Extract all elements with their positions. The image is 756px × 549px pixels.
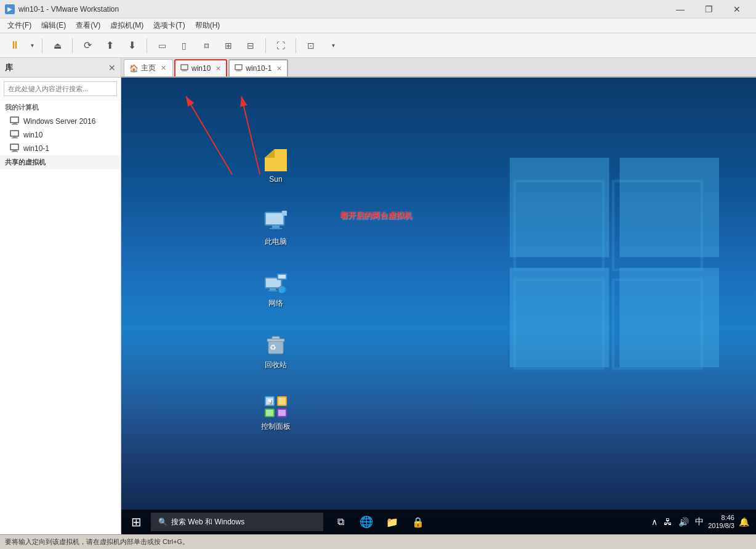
- fullscreen-button[interactable]: ⛶: [271, 36, 291, 55]
- svg-marker-25: [265, 149, 275, 158]
- svg-rect-20: [620, 158, 720, 258]
- sidebar-item-win10[interactable]: win10: [0, 128, 121, 142]
- menu-file[interactable]: 文件(F): [2, 19, 36, 32]
- view-button-2[interactable]: ▯: [174, 36, 194, 55]
- tab-win10[interactable]: win10 ✕: [174, 59, 227, 76]
- svg-rect-34: [268, 290, 277, 291]
- tab-win10-close[interactable]: ✕: [215, 65, 221, 73]
- restart-button[interactable]: ⬇: [122, 36, 142, 55]
- vm-icon: [10, 116, 20, 126]
- view-button-4[interactable]: ⊞: [219, 36, 238, 55]
- svg-rect-9: [181, 65, 188, 70]
- svg-rect-1: [13, 123, 17, 124]
- svg-rect-19: [510, 158, 609, 258]
- tab-win10-1-close[interactable]: ✕: [276, 65, 282, 73]
- start-button[interactable]: ⊞: [121, 510, 151, 534]
- tray-expand-icon[interactable]: ∧: [649, 517, 659, 527]
- taskview-button[interactable]: ⧉: [328, 510, 353, 534]
- sidebar-item-label-win10-1: win10-1: [23, 144, 49, 153]
- restore-button[interactable]: ❐: [694, 0, 723, 18]
- app-icon: ▶: [5, 4, 15, 14]
- tray-notifications-icon[interactable]: 🔔: [737, 517, 751, 527]
- svg-rect-13: [237, 70, 240, 71]
- tab-win10-1-label: win10-1: [246, 64, 271, 73]
- vm-icon-win10: [10, 130, 20, 140]
- menu-help[interactable]: 帮助(H): [190, 19, 225, 32]
- svg-rect-30: [282, 211, 287, 216]
- main-area: 库 ✕ 我的计算机 Windows Server 2016 win10 win1…: [0, 58, 756, 534]
- tray-input-icon[interactable]: 中: [693, 516, 706, 527]
- menu-edit[interactable]: 编辑(E): [36, 19, 71, 32]
- send-keys-button[interactable]: ⏏: [47, 36, 67, 55]
- sidebar-close-button[interactable]: ✕: [108, 63, 116, 73]
- svg-rect-48: [266, 410, 273, 416]
- svg-rect-50: [278, 410, 286, 416]
- sidebar: 库 ✕ 我的计算机 Windows Server 2016 win10 win1…: [0, 58, 121, 534]
- sun-icon: [263, 148, 288, 173]
- tray-network-icon[interactable]: 🖧: [662, 517, 674, 527]
- sidebar-item-win10-1[interactable]: win10-1: [0, 142, 121, 155]
- search-bar-icon: 🔍: [158, 518, 167, 526]
- svg-rect-21: [510, 268, 609, 368]
- desktop-icon-controlpanel[interactable]: 📊 控制面板: [254, 392, 298, 434]
- desktop-icon-network[interactable]: 🌐 网络: [254, 269, 298, 311]
- menu-vm[interactable]: 虚拟机(M): [105, 19, 148, 32]
- desktop-icon-sun[interactable]: Sun: [254, 145, 298, 186]
- svg-rect-28: [272, 226, 279, 228]
- annotation-text: 着开启的两台虚拟机: [340, 210, 412, 221]
- svg-rect-4: [13, 136, 17, 137]
- pause-dropdown-button[interactable]: ▾: [27, 36, 37, 55]
- tab-home-close[interactable]: ✕: [161, 64, 166, 72]
- tray-time: 8:46: [722, 514, 734, 522]
- suspend-button[interactable]: ⬆: [100, 36, 119, 55]
- sidebar-item-label-win10: win10: [23, 131, 42, 139]
- tray-date: 2019/8/3: [708, 522, 734, 530]
- toolbar-separator-5: [296, 38, 296, 53]
- power-on-button[interactable]: ⟳: [78, 36, 97, 55]
- taskbar: ⊞ 🔍 搜索 Web 和 Windows ⧉ 🌐 📁 🔒 ∧ 🖧 🔊 中: [121, 510, 756, 534]
- close-button[interactable]: ✕: [723, 0, 751, 18]
- view-button-3[interactable]: ⧈: [196, 36, 216, 55]
- sun-icon-label: Sun: [269, 175, 282, 184]
- tab-win10-1[interactable]: win10-1 ✕: [228, 59, 288, 76]
- security-button[interactable]: 🔒: [406, 510, 430, 534]
- sidebar-shared-label: 共享的虚拟机: [0, 155, 121, 169]
- toolbar-separator-2: [72, 38, 73, 53]
- svg-text:♻: ♻: [270, 343, 276, 352]
- svg-rect-11: [182, 70, 187, 71]
- vm-icon-win10-1: [10, 144, 20, 153]
- view-button-5[interactable]: ⊟: [241, 36, 260, 55]
- unity-dropdown[interactable]: ▾: [323, 36, 343, 55]
- pause-button[interactable]: ⏸: [5, 36, 25, 55]
- minimize-button[interactable]: —: [666, 0, 694, 18]
- menu-tab[interactable]: 选项卡(T): [148, 19, 190, 32]
- svg-text:📊: 📊: [267, 399, 273, 405]
- windows-logo-filled: [510, 158, 719, 367]
- recycle-icon-label: 回收站: [265, 360, 287, 370]
- sidebar-item-windows-server[interactable]: Windows Server 2016: [0, 115, 121, 128]
- unity-button[interactable]: ⊡: [301, 36, 321, 55]
- tab-home[interactable]: 🏠 主页 ✕: [124, 59, 173, 76]
- desktop-icon-pc[interactable]: 此电脑: [254, 207, 298, 250]
- svg-rect-2: [12, 124, 18, 125]
- svg-rect-40: [267, 339, 284, 341]
- view-button-1[interactable]: ▭: [152, 36, 172, 55]
- edge-button[interactable]: 🌐: [354, 510, 379, 534]
- tray-volume-icon[interactable]: 🔊: [677, 517, 691, 527]
- svg-text:🌐: 🌐: [280, 287, 286, 293]
- menu-view[interactable]: 查看(V): [71, 19, 105, 32]
- svg-rect-24: [265, 158, 287, 171]
- win10-tab-icon: [180, 64, 189, 73]
- vm-viewport[interactable]: Sun 此电脑: [121, 78, 756, 534]
- sidebar-header: 库 ✕: [0, 58, 121, 78]
- svg-rect-22: [620, 268, 720, 368]
- toolbar-separator-3: [147, 38, 147, 53]
- desktop-icon-recycle[interactable]: ♻ 回收站: [254, 330, 298, 373]
- svg-rect-7: [13, 150, 17, 151]
- tabs-bar: 🏠 主页 ✕ win10 ✕ win10-1 ✕: [121, 58, 756, 78]
- status-text: 要将输入定向到该虚拟机，请在虚拟机内部单击或按 Ctrl+G。: [5, 537, 189, 547]
- toolbar: ⏸ ▾ ⏏ ⟳ ⬆ ⬇ ▭ ▯ ⧈ ⊞ ⊟ ⛶ ⊡ ▾: [0, 33, 756, 58]
- search-bar[interactable]: 🔍 搜索 Web 和 Windows: [151, 513, 323, 531]
- sidebar-search-input[interactable]: [4, 81, 117, 96]
- explorer-button[interactable]: 📁: [380, 510, 404, 534]
